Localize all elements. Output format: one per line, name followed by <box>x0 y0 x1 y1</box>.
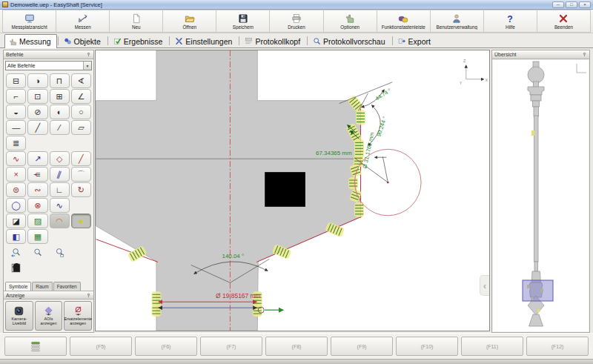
toolbar-button-label: Beenden <box>554 24 573 30</box>
tool-pos-z[interactable]: ⊞ <box>50 89 70 104</box>
tool-lines-cross[interactable]: × <box>6 167 26 182</box>
tab-protokollkopf[interactable]: Protokollkopf <box>240 34 306 47</box>
tool-circle[interactable]: ○ <box>71 105 91 119</box>
chevron-down-icon[interactable]: ▼ <box>83 62 91 70</box>
toolbar-neu-button[interactable]: Neu <box>109 10 163 33</box>
command-filter-dropdown[interactable]: Alle Befehle ▼ <box>5 61 92 70</box>
maximize-button[interactable]: □ <box>566 1 577 8</box>
tab-label: Export <box>408 37 431 46</box>
tool-width[interactable]: ⊓ <box>50 73 70 88</box>
toolbar-funktionstastenleiste-button[interactable]: Funktionstastenleiste <box>377 10 431 33</box>
pin-icon[interactable] <box>582 52 587 57</box>
tool-angle[interactable]: ∠ <box>71 89 91 104</box>
tool-cylinder-width[interactable]: ⊟ <box>6 73 26 88</box>
toolbar-button-label: Messen <box>75 24 91 30</box>
tool-grid-spacer <box>50 229 70 244</box>
fkey-f7-button[interactable]: (F7) <box>200 337 262 356</box>
tool-line-points[interactable]: ╱ <box>27 120 47 135</box>
toolbar-speichern-button[interactable]: Speichern <box>216 10 270 33</box>
overview-body[interactable] <box>493 60 589 331</box>
tool-line-dashed[interactable]: ⁄ <box>50 120 70 135</box>
ersatzelemente-anzeigen-button[interactable]: Ersatzelementeanzeigen <box>64 301 92 331</box>
tool-curve-rising[interactable]: ↗ <box>27 151 47 166</box>
fkey-f10-button[interactable]: (F10) <box>396 337 458 356</box>
tool-lines-parallel[interactable]: ∥ <box>50 167 70 182</box>
options-icon <box>345 13 355 24</box>
tab-ergebnisse[interactable]: Ergebnisse <box>109 34 169 47</box>
toolbar-beenden-button[interactable]: Beenden <box>537 10 591 33</box>
tool-curve-peak[interactable]: ⌒ <box>71 167 91 182</box>
toolbar-optionen-button[interactable]: Optionen <box>323 10 377 33</box>
tab-export[interactable]: Export <box>394 34 437 47</box>
tab-messung[interactable]: Messung <box>4 34 57 48</box>
tool-circle-radius[interactable]: ◐ <box>50 105 70 119</box>
tool-circle-segment[interactable]: ◑ <box>27 73 47 88</box>
toolbar-messplatzansicht-button[interactable]: Messplatzansicht <box>2 10 56 33</box>
function-key-bar: (F5)(F6)(F7)(F8)(F9)(F10)(F11)(F12) <box>0 333 593 359</box>
tool-rotation[interactable]: ↻ <box>71 182 91 197</box>
minimize-button[interactable]: ─ <box>552 1 564 8</box>
tool-line-horizontal[interactable]: — <box>6 120 26 135</box>
tab-label: Objekte <box>74 37 101 46</box>
tool-coord-system[interactable]: ∟ <box>50 182 70 197</box>
tool-circle-d[interactable]: ◒ <box>6 105 26 119</box>
toolbar-messen-button[interactable]: Messen <box>56 10 110 33</box>
tool-circle-cross[interactable]: ⊗ <box>27 198 47 213</box>
fkey-f6-button[interactable]: (F6) <box>135 337 197 356</box>
fkey-f5-button[interactable]: (F5) <box>70 337 132 356</box>
hand-icon <box>9 38 17 46</box>
tool-corner[interactable]: ⌐ <box>6 89 26 104</box>
tool-circle-diameter[interactable]: ⊘ <box>27 105 47 119</box>
overview-viewport-rect[interactable] <box>523 280 553 301</box>
fkey-f8-button[interactable]: (F8) <box>265 337 328 356</box>
pin-icon[interactable] <box>86 293 91 298</box>
tab-objekte[interactable]: Objekte <box>59 34 107 47</box>
zoom-window[interactable] <box>50 245 70 259</box>
tool-curve-points[interactable]: ∿ <box>6 151 26 166</box>
overview-axes-icon <box>577 64 586 73</box>
fkey-f11-button[interactable]: (F11) <box>461 337 523 356</box>
view-tab-favoriten[interactable]: Favoriten <box>53 282 81 291</box>
pin-icon[interactable] <box>86 52 91 57</box>
zoom-out[interactable] <box>6 245 26 259</box>
fkey-f9-button[interactable]: (F9) <box>331 337 393 356</box>
tool-hatch-area[interactable]: ▨ <box>27 214 47 228</box>
tool-spline[interactable]: ∾ <box>27 182 47 197</box>
help-icon: ? <box>505 13 515 24</box>
measurement-drawing: Z X Y 67.34365 mm 44.74 ° 90.244 ° Ø 31.… <box>96 50 489 331</box>
tool-lines-fan[interactable]: ⋔ <box>27 167 47 182</box>
tool-angle-open[interactable]: ∢ <box>71 73 91 88</box>
tool-polygon[interactable]: ◇ <box>50 151 70 166</box>
tab-label: Messung <box>19 37 51 46</box>
toolbar-hilfe-button[interactable]: ?Hilfe <box>483 10 537 33</box>
tool-wave[interactable]: ∿ <box>50 198 70 213</box>
tool-contour[interactable]: ▱ <box>71 120 91 135</box>
close-button[interactable]: × <box>579 1 591 8</box>
tool-line-red[interactable]: ╱ <box>71 151 91 166</box>
fkey-f12-button[interactable]: (F12) <box>526 337 589 356</box>
tool-circle-blue[interactable]: ◯ <box>6 198 26 213</box>
tab-protokollvorschau[interactable]: Protokollvorschau <box>308 34 391 47</box>
view-tab-symbole[interactable]: Symbole <box>5 282 31 291</box>
tool-split-grid[interactable]: ▦ <box>27 229 47 244</box>
toolbar-oeffnen-button[interactable]: Öffnen <box>162 10 216 33</box>
tab-einstellungen[interactable]: Einstellungen <box>170 34 238 47</box>
aois-anzeigen-button[interactable]: AOIsanzeigen <box>35 301 63 331</box>
tool-multi-lines[interactable]: ≣ <box>6 136 26 150</box>
tool-pos-x[interactable]: ⊡ <box>27 89 47 104</box>
invert-view[interactable] <box>6 260 26 275</box>
zoom-in[interactable] <box>27 245 47 259</box>
tool-mask[interactable]: ◪ <box>6 214 26 228</box>
view-tab-baum[interactable]: Raum <box>32 282 52 291</box>
collapse-overview-button[interactable]: ‹ <box>480 275 489 296</box>
kamera-livebild-button[interactable]: Kamera-Livebild <box>5 301 33 331</box>
status-bar <box>0 359 593 364</box>
measurement-canvas[interactable]: Z X Y 67.34365 mm 44.74 ° 90.244 ° Ø 31.… <box>95 50 490 331</box>
toolbar-drucken-button[interactable]: Drucken <box>269 10 323 33</box>
tool-cylinder-red[interactable]: ⊜ <box>6 182 26 197</box>
function-menu-button[interactable] <box>4 337 67 356</box>
tool-arc-segment[interactable]: ◠ <box>50 214 70 228</box>
toolbar-benutzerverwaltung-button[interactable]: Benutzerverwaltung <box>430 10 484 33</box>
tool-circle-highlight[interactable]: ● <box>71 214 91 228</box>
tool-split-left[interactable]: ◧ <box>6 229 26 244</box>
